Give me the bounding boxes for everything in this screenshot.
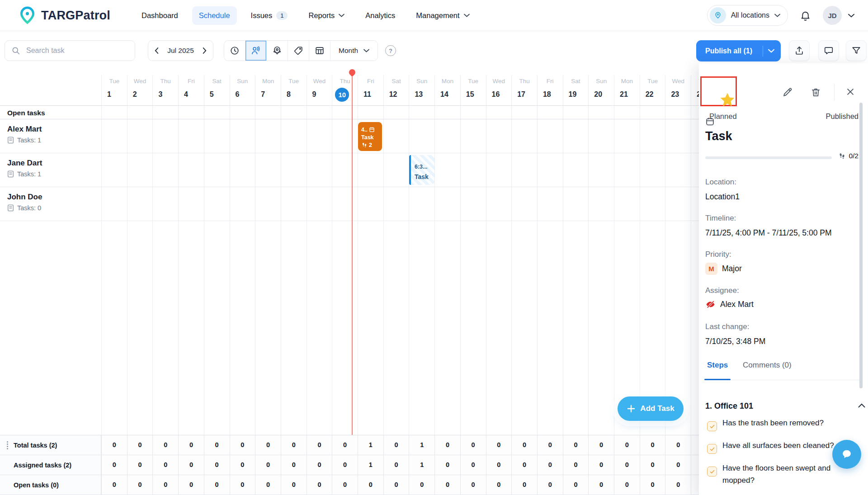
location-pin-icon	[710, 7, 726, 24]
user-avatar[interactable]: JD	[823, 6, 842, 25]
nav-dashboard[interactable]: Dashboard	[135, 6, 185, 25]
zoom-level-select[interactable]: Month	[330, 41, 377, 61]
day-column-8: Tue8	[281, 75, 307, 435]
publish-all-button[interactable]: Publish all (1)	[696, 40, 781, 61]
date-label: 17	[517, 90, 537, 99]
help-icon[interactable]: ?	[385, 45, 396, 56]
summary-cell: 0	[204, 455, 230, 475]
task-bar-blue[interactable]: 6:3... Task	[409, 155, 434, 185]
field-label: Assignee:	[705, 286, 739, 295]
date-label: 21	[620, 90, 640, 99]
day-column-23: Wed23	[665, 75, 691, 435]
tab-comments[interactable]: Comments (0)	[743, 361, 792, 370]
summary-cell: 1	[409, 455, 434, 475]
date-label: 20	[594, 90, 614, 99]
nav-schedule[interactable]: Schedule	[192, 6, 237, 25]
day-column-20: Sun20	[588, 75, 614, 435]
calendar-view-button[interactable]	[309, 41, 330, 61]
location-view-button[interactable]	[267, 41, 288, 61]
users-icon	[251, 46, 261, 56]
summary-cell: 0	[358, 475, 383, 495]
field-label: Priority:	[705, 250, 731, 259]
steps-section-header[interactable]: 1. Office 101	[705, 401, 753, 411]
step-checkbox[interactable]	[707, 467, 717, 476]
summary-cell: 0	[332, 455, 358, 475]
nav-reports[interactable]: Reports	[302, 6, 351, 25]
panel-scrollbar[interactable]	[859, 103, 863, 388]
chat-bubble-icon	[824, 46, 834, 56]
drag-handle-icon[interactable]	[7, 441, 8, 443]
day-column-19: Sat19	[563, 75, 589, 435]
summary-cell: 0	[434, 435, 460, 455]
nav-analytics[interactable]: Analytics	[359, 6, 402, 25]
issues-count-badge: 1	[276, 11, 288, 20]
add-task-button[interactable]: Add Task	[618, 396, 684, 421]
day-column-15: Tue15	[460, 75, 486, 435]
day-column-4: Fri4	[178, 75, 204, 435]
summary-cell: 0	[434, 475, 460, 495]
date-label: 5	[210, 90, 230, 99]
chevron-down-icon	[774, 14, 780, 17]
annotation-highlight-box	[700, 76, 737, 106]
period-navigator: Jul 2025	[148, 40, 213, 61]
time-view-button[interactable]	[224, 41, 245, 61]
task-bar-orange[interactable]: 4.. Task 2	[358, 122, 382, 151]
summary-cell: 0	[563, 435, 589, 455]
summary-cell: 0	[511, 455, 537, 475]
brand-logo-icon	[19, 6, 36, 24]
export-button[interactable]	[789, 40, 810, 61]
tag-view-button[interactable]	[288, 41, 309, 61]
day-of-week-label: Mon	[435, 78, 460, 85]
search-input[interactable]	[25, 46, 128, 55]
user-menu-chevron-icon[interactable]	[846, 12, 856, 19]
day-column-17: Thu17	[511, 75, 537, 435]
summary-cell: 1	[409, 435, 434, 455]
grid-line	[0, 119, 717, 119]
support-chat-button[interactable]	[832, 440, 861, 469]
close-panel-button[interactable]	[844, 86, 846, 88]
day-of-week-label: Tue	[461, 78, 486, 85]
field-label: Location:	[705, 178, 736, 187]
summary-cell: 0	[101, 455, 127, 475]
nav-management[interactable]: Management	[409, 6, 476, 25]
day-of-week-label: Tue	[281, 78, 307, 85]
progress-bar	[705, 156, 832, 159]
step-checkbox[interactable]	[707, 444, 717, 454]
assignee-view-button[interactable]	[245, 41, 267, 61]
day-column-10: Thu10	[332, 75, 358, 435]
calendar-grid-icon	[315, 46, 325, 56]
summary-cell: 0	[383, 475, 409, 495]
summary-cell: 0	[230, 435, 255, 455]
nav-issues[interactable]: Issues 1	[244, 6, 295, 25]
topnav-right: All locations JD	[707, 5, 856, 26]
next-period-button[interactable]	[201, 46, 208, 56]
summary-cell: 0	[537, 475, 563, 495]
search-icon	[11, 46, 20, 55]
search-box	[5, 40, 135, 61]
summary-cell: 0	[178, 455, 204, 475]
summary-cell: 0	[307, 455, 332, 475]
open-tasks-row-label: Open tasks	[7, 109, 45, 117]
edit-button[interactable]	[781, 86, 783, 88]
date-label: 1	[107, 90, 127, 99]
day-of-week-label: Wed	[665, 78, 691, 85]
location-selector[interactable]: All locations	[707, 5, 788, 26]
grid-line	[0, 105, 717, 106]
delete-button[interactable]	[810, 86, 811, 88]
step-checkbox[interactable]	[707, 421, 717, 431]
day-column-7: Mon7	[255, 75, 281, 435]
eye-off-icon	[705, 299, 716, 310]
task-details-panel: Planned Published Task 0/2 Location: Loc…	[699, 63, 868, 495]
current-period-label[interactable]: Jul 2025	[167, 47, 194, 55]
comments-button[interactable]	[818, 40, 839, 61]
app: TARGPatrol Dashboard Schedule Issues 1 R…	[0, 0, 868, 495]
summary-cell: 0	[640, 455, 665, 475]
day-column-9: Wed9	[307, 75, 332, 435]
prev-period-button[interactable]	[153, 46, 160, 56]
status-row: Planned Published	[705, 112, 859, 121]
tab-steps[interactable]: Steps	[707, 361, 728, 370]
filter-button[interactable]	[846, 40, 867, 61]
summary-cell: 0	[152, 475, 178, 495]
summary-cell: 0	[614, 475, 640, 495]
notifications-bell-icon[interactable]	[798, 8, 813, 23]
